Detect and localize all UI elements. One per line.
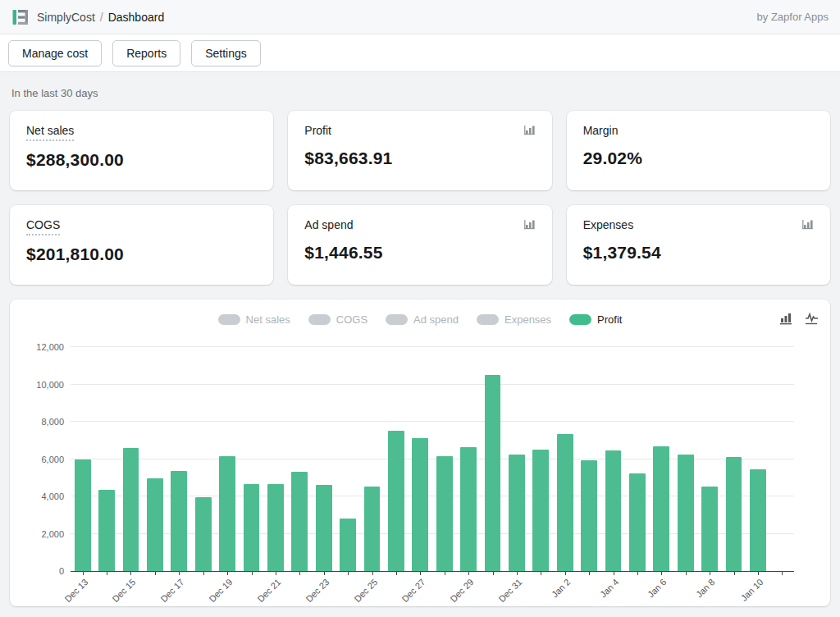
line-chart-toggle-icon[interactable] <box>805 311 819 325</box>
manage-cost-button[interactable]: Manage cost <box>8 40 102 66</box>
x-axis-tick-label: Jan 2 <box>550 577 573 600</box>
net-sales-label[interactable]: Net sales <box>26 124 74 141</box>
cogs-card: COGS $201,810.00 <box>10 205 273 285</box>
legend-item-cogs[interactable]: COGS <box>308 313 368 326</box>
gridline <box>71 384 794 385</box>
x-axis-tick <box>372 571 373 575</box>
x-axis-tick-label: Dec 15 <box>111 577 138 604</box>
bar-jan-6[interactable] <box>653 446 669 571</box>
bar-dec-27[interactable] <box>412 438 428 571</box>
profit-label: Profit <box>304 124 331 139</box>
bar-jan-8[interactable] <box>701 487 718 572</box>
legend-label: Ad spend <box>413 313 459 326</box>
cogs-value: $201,810.00 <box>26 245 257 264</box>
expenses-value: $1,379.54 <box>583 243 814 263</box>
bar-dec-29[interactable] <box>460 447 477 571</box>
bar-dec-31[interactable] <box>509 455 525 571</box>
bar-chart-icon[interactable] <box>523 124 536 136</box>
x-axis-tick <box>130 571 131 575</box>
x-axis-tick-label: Dec 27 <box>400 577 427 604</box>
bar-dec-22[interactable] <box>291 472 308 571</box>
legend-label: Net sales <box>246 313 290 326</box>
bar-dec-24[interactable] <box>340 519 356 571</box>
bar-jan-10[interactable] <box>750 469 766 571</box>
cogs-label[interactable]: COGS <box>26 218 60 235</box>
x-axis-tick <box>420 571 421 575</box>
ad-spend-value: $1,446.55 <box>304 243 535 263</box>
main-content: In the last 30 days Net sales $288,300.0… <box>0 72 840 606</box>
bar-dec-14[interactable] <box>98 490 115 571</box>
bar-chart[interactable]: 02,0004,0006,0008,00010,00012,000Dec 13D… <box>71 347 794 572</box>
simplycost-logo-icon <box>11 8 30 26</box>
bar-dec-26[interactable] <box>388 431 404 571</box>
x-axis-tick <box>203 571 204 575</box>
x-axis-tick-label: Dec 29 <box>448 577 475 604</box>
bar-dec-21[interactable] <box>267 484 284 571</box>
x-axis-tick <box>541 571 541 575</box>
breadcrumb-app-name[interactable]: SimplyCost <box>37 11 95 24</box>
x-axis-tick <box>276 571 276 575</box>
y-axis-tick-label: 4,000 <box>26 491 64 501</box>
legend-label: COGS <box>336 313 368 326</box>
bar-jan-3[interactable] <box>581 460 597 571</box>
x-axis-tick <box>565 571 566 575</box>
x-axis-tick-label: Dec 21 <box>255 577 282 604</box>
bar-dec-20[interactable] <box>244 484 260 571</box>
legend-swatch-icon <box>218 314 240 325</box>
bar-dec-18[interactable] <box>195 497 212 571</box>
bar-dec-17[interactable] <box>171 471 187 571</box>
legend-swatch-icon <box>477 314 499 325</box>
margin-label: Margin <box>583 124 619 139</box>
profit-value: $83,663.91 <box>304 149 535 168</box>
x-axis-tick <box>227 571 228 575</box>
stat-cards-grid: Net sales $288,300.00 Profit $83,663.91 … <box>10 111 830 285</box>
breadcrumb-separator: / <box>100 11 103 24</box>
ad-spend-card: Ad spend $1,446.55 <box>288 205 551 285</box>
margin-card: Margin 29.02% <box>567 111 830 190</box>
y-axis-tick-label: 6,000 <box>26 455 64 464</box>
x-axis-tick-label: Dec 31 <box>496 577 523 604</box>
x-axis-tick-label: Dec 13 <box>62 577 89 604</box>
bar-jan-4[interactable] <box>605 450 622 571</box>
x-axis-tick <box>179 571 180 575</box>
bar-chart-toggle-icon[interactable] <box>779 311 793 325</box>
chart-plot-area: 02,0004,0006,0008,00010,00012,000Dec 13D… <box>71 347 794 572</box>
bar-jan-7[interactable] <box>678 455 694 571</box>
app-header: SimplyCost / Dashboard by Zapfor Apps <box>0 0 840 34</box>
settings-button[interactable]: Settings <box>191 40 261 66</box>
bar-dec-13[interactable] <box>75 459 91 572</box>
x-axis-tick <box>758 571 759 575</box>
x-axis-tick <box>517 571 518 575</box>
bar-jan-1[interactable] <box>532 450 549 571</box>
y-axis-tick-label: 2,000 <box>26 529 64 539</box>
legend-item-expenses[interactable]: Expenses <box>477 313 551 326</box>
gridline <box>71 421 794 422</box>
bar-chart-icon[interactable] <box>801 218 814 231</box>
bar-dec-30[interactable] <box>485 375 501 571</box>
bar-dec-16[interactable] <box>147 478 163 571</box>
bar-jan-9[interactable] <box>726 457 742 571</box>
bar-dec-19[interactable] <box>219 456 235 571</box>
legend-item-net-sales[interactable]: Net sales <box>218 313 290 326</box>
x-axis-tick-label: Dec 19 <box>207 577 234 604</box>
margin-value: 29.02% <box>583 149 814 168</box>
bar-chart-icon[interactable] <box>523 218 536 231</box>
y-axis-tick-label: 8,000 <box>26 417 64 427</box>
bar-dec-25[interactable] <box>364 487 381 572</box>
profit-chart-card: Net salesCOGSAd spendExpensesProfit 02,0… <box>10 299 830 606</box>
bar-jan-5[interactable] <box>629 473 646 571</box>
legend-item-ad-spend[interactable]: Ad spend <box>386 313 459 326</box>
app-byline: by Zapfor Apps <box>757 11 829 23</box>
bar-dec-23[interactable] <box>316 485 332 571</box>
x-axis-tick <box>83 571 84 575</box>
x-axis-tick <box>252 571 253 575</box>
reports-button[interactable]: Reports <box>112 40 180 66</box>
bar-dec-28[interactable] <box>436 456 453 571</box>
x-axis-tick <box>686 571 687 575</box>
bar-jan-2[interactable] <box>557 434 573 571</box>
legend-item-profit[interactable]: Profit <box>569 313 622 326</box>
ad-spend-label: Ad spend <box>304 218 353 234</box>
x-axis-tick <box>661 571 662 575</box>
bar-dec-15[interactable] <box>123 448 139 571</box>
legend-swatch-icon <box>569 314 591 325</box>
